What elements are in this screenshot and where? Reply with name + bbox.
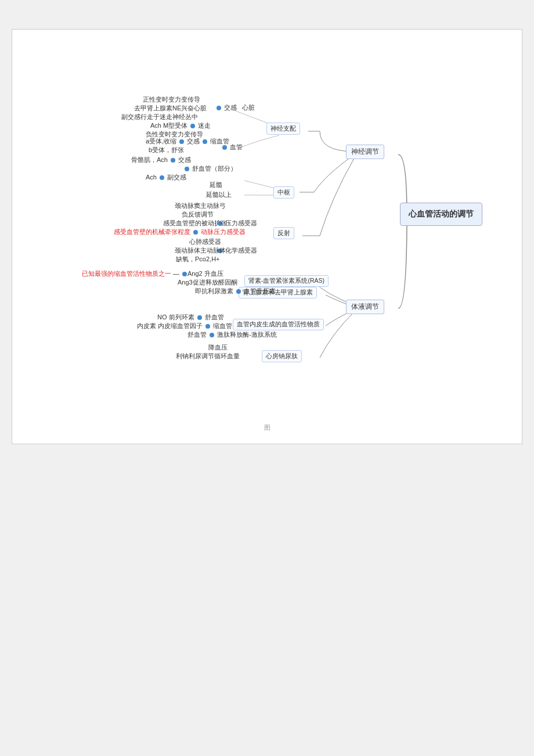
dot-shu1 (185, 167, 189, 171)
label-suo2: 缩血管 (213, 322, 232, 329)
dot-fujiaogan2 (160, 175, 164, 180)
node-no: NO 前列环素 舒血管 (157, 313, 224, 322)
label-xueguan: 血管 (230, 143, 243, 150)
mind-map: 心血管活动的调节 神经调节 体液调节 神经支配 中枢 反射 肾素-血管紧张素系统… (24, 41, 511, 419)
label-fujiaogan2: 副交感 (167, 174, 186, 181)
node-dikang: 即抗利尿激素 血管升压素 (195, 287, 276, 296)
dot-suo2 (205, 324, 210, 329)
dot-jiaogan2 (179, 139, 184, 144)
node-ang2: Ang2 升血压 (187, 269, 223, 278)
dot-mizou (190, 124, 195, 128)
sub-xinfang: 心房钠尿肽 (262, 350, 302, 362)
node-redtext2: 已知最强的缩血管活性物质之一 — (82, 269, 188, 278)
label-jiaogan2: 交感 (187, 138, 200, 145)
node-redtext1: 感受血管壁的机械牵张程度 动脉压力感受器 (114, 228, 246, 236)
label-jiaogan1: 交感 (224, 104, 237, 111)
node-ganshequangbi: 感受血管壁的被动扩张 (163, 219, 227, 228)
page-container: 心血管活动的调节 神经调节 体液调节 神经支配 中枢 反射 肾素-血管紧张素系统… (12, 29, 522, 444)
dot-jitai (210, 333, 214, 337)
sub-fanshex: 反射 (273, 227, 294, 239)
root-box: 心血管活动的调节 (400, 203, 482, 226)
node-jian: 降血压 (208, 343, 228, 352)
label-xueya: 血管升压素 (244, 287, 276, 294)
branch-tiiye: 体液调节 (346, 300, 384, 314)
node-xinzang: 交感 心脏 (215, 103, 255, 112)
node-qujia: 去甲肾上腺素NE兴奋心脏 (134, 104, 207, 113)
label-mizou: 迷走 (198, 122, 211, 129)
node-shuxueguan-part: 舒血管（部分） (183, 164, 237, 173)
dot-ang2 (182, 272, 187, 276)
node-yansui: 延髓 (210, 181, 222, 189)
label-xinzang: 心脏 (242, 104, 255, 111)
node-ach-fu: Ach 副交感 (146, 173, 186, 182)
node-bshouti: b受体，舒张 (149, 146, 184, 154)
dot-dongmaiyaligan (193, 230, 198, 235)
footer: 图 (24, 423, 510, 432)
node-fufan: 负反馈调节 (182, 210, 214, 219)
sub-zhongqu: 中枢 (273, 186, 294, 199)
dot-shu2 (197, 315, 202, 320)
dot-jiaogan3 (171, 158, 175, 163)
node-jikaifu: 舒血管 激肽释放酶-激肽系统 (187, 330, 277, 339)
node-ang3: Ang3促进释放醛固酮 (178, 278, 237, 287)
node-queyang: 缺氧，Pco2,H+ (176, 255, 220, 264)
sub-xueguanneipi: 血管内皮生成的血管活性物质 (233, 319, 324, 330)
dot-jiaogan1 (217, 106, 221, 110)
node-xinfei: 心肺感受器 (189, 237, 221, 246)
node-lina: 利钠利尿调节循环血量 (176, 352, 240, 361)
dot-xueya (236, 289, 241, 294)
node-jingdongmai: 颈动脉窦主动脉弓 (175, 201, 226, 210)
node-neipi: 内皮素 内皮缩血管因子 缩血管 (137, 322, 232, 330)
dot-suoxueguan (203, 139, 207, 144)
label-suoxueguan: 缩血管 (210, 138, 229, 145)
label-arrow: — (173, 270, 179, 277)
label-dongmaiyaligan: 动脉压力感受器 (201, 228, 246, 235)
node-fujiaogan: 副交感行走于迷走神经丛中 (121, 113, 198, 121)
label-jiaogan3: 交感 (178, 156, 191, 163)
label-jitai: 激肽释放酶-激肽系统 (217, 331, 277, 338)
node-ashouti: a受体,收缩 交感 缩血管 (146, 137, 229, 146)
branch-shenjing: 神经调节 (346, 145, 384, 159)
sub-ras: 肾素-血管紧张素系统(RAS) (244, 275, 329, 287)
sub-shenjingzhipei: 神经支配 (266, 123, 300, 135)
node-jingdongtizhu: 颈动脉体主动脉体 (175, 246, 226, 255)
node-achm: Ach M型受体 迷走 (150, 121, 211, 130)
node-yansuiyishang: 延髓以上 (206, 190, 232, 199)
node-zhengxing: 正性变时变力变传导 (143, 95, 200, 104)
node-guge: 骨骼肌，Ach 交感 (131, 156, 191, 164)
dot-xueguan (222, 145, 227, 150)
label-shu2: 舒血管 (205, 314, 224, 321)
